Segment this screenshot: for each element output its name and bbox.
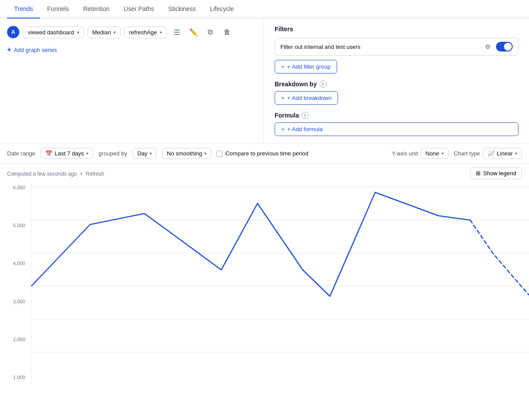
compare-checkbox[interactable] <box>217 151 223 157</box>
chart-type-label: Chart type <box>454 150 480 157</box>
nav-funnels[interactable]: Funnels <box>40 0 76 18</box>
show-legend-label: Show legend <box>483 170 516 177</box>
smoothing-dropdown[interactable]: No smoothing ▾ <box>162 148 211 159</box>
chevron-down-icon: ▾ <box>441 151 444 156</box>
y-label-6000: 6,000 <box>0 185 29 190</box>
chart-meta: Computed a few seconds ago • Refresh ⊞ S… <box>0 164 529 183</box>
right-panel: Filters Filter out internal and test use… <box>264 18 529 143</box>
breakdown-title: Breakdown by <box>275 81 317 88</box>
add-filter-label: + Add filter group <box>287 63 331 70</box>
add-formula-button[interactable]: + + Add formula <box>275 122 518 136</box>
add-breakdown-label: + Add breakdown <box>287 95 332 101</box>
computed-text: Computed a few seconds ago • Refresh <box>7 170 104 177</box>
computed-label: Computed a few seconds ago <box>7 171 77 177</box>
series-row: A viewed dashboard ▾ Median ▾ refreshAge… <box>7 26 257 39</box>
add-filter-group-button[interactable]: + + Add filter group <box>275 60 337 74</box>
chart-type-icon: 📈 <box>488 150 495 157</box>
chart-type-value: Linear <box>497 150 513 157</box>
event-dropdown[interactable]: viewed dashboard ▾ <box>23 26 84 38</box>
formula-section: Formula i <box>275 112 518 119</box>
plus-icon: + <box>281 63 285 70</box>
y-label-2000: 2,000 <box>0 337 29 342</box>
nav-user-paths[interactable]: User Paths <box>117 0 161 18</box>
y-label-5000: 5,000 <box>0 223 29 228</box>
grouped-by-label: grouped by <box>99 150 127 157</box>
plus-icon: + <box>7 46 11 54</box>
aggregation-dropdown[interactable]: Median ▾ <box>88 26 121 38</box>
add-series-label: Add graph series <box>14 47 57 53</box>
filter-icon-button[interactable]: ☰ <box>170 26 184 39</box>
nav-stickiness[interactable]: Stickiness <box>161 0 203 18</box>
filter-row: Filter out internal and test users ⚙ <box>275 38 518 55</box>
breakdown-section: Breakdown by i <box>275 81 518 88</box>
nav-retention[interactable]: Retention <box>76 0 117 18</box>
y-axis-group: Y-axis unit None ▾ <box>392 148 448 159</box>
grouped-by-dropdown[interactable]: Day ▾ <box>132 148 157 159</box>
main-content: A viewed dashboard ▾ Median ▾ refreshAge… <box>0 18 529 144</box>
left-panel: A viewed dashboard ▾ Median ▾ refreshAge… <box>0 18 264 143</box>
smoothing-value: No smoothing <box>167 150 202 157</box>
delete-icon-button[interactable]: 🗑 <box>220 26 234 39</box>
filters-title: Filters <box>275 26 518 33</box>
date-range-label: Date range <box>7 150 35 157</box>
nav-trends[interactable]: Trends <box>7 0 40 18</box>
copy-icon-button[interactable]: ⧉ <box>204 26 217 39</box>
legend-icon: ⊞ <box>476 170 481 177</box>
show-legend-button[interactable]: ⊞ Show legend <box>470 167 522 179</box>
edit-icon-button[interactable]: ✏️ <box>187 26 200 39</box>
property-dropdown[interactable]: refreshAge ▾ <box>124 26 167 38</box>
chevron-down-icon: ▾ <box>150 151 152 156</box>
add-graph-series-button[interactable]: + Add graph series <box>7 44 257 55</box>
chevron-down-icon: ▾ <box>204 151 206 156</box>
gear-icon[interactable]: ⚙ <box>485 43 491 50</box>
y-axis-value: None <box>426 150 439 157</box>
chevron-down-icon: ▾ <box>114 30 116 35</box>
chevron-down-icon: ▾ <box>160 30 162 35</box>
add-formula-label: + Add formula <box>287 126 323 133</box>
chart-type-group: Chart type 📈 Linear ▾ <box>454 148 522 159</box>
avatar-label: A <box>11 29 15 35</box>
nav-lifecycle[interactable]: Lifecycle <box>203 0 241 18</box>
info-icon[interactable]: i <box>320 81 327 88</box>
y-label-1000: 1,000 <box>0 375 29 380</box>
filter-row-text: Filter out internal and test users <box>280 44 482 50</box>
property-label: refreshAge <box>129 29 157 36</box>
plus-icon: + <box>281 126 285 133</box>
date-range-dropdown[interactable]: 📅 Last 7 days ▾ <box>40 148 93 159</box>
grouped-by-value: Day <box>137 150 147 157</box>
y-label-3000: 3,000 <box>0 299 29 304</box>
aggregation-label: Median <box>92 29 111 36</box>
chevron-down-icon: ▾ <box>86 151 88 156</box>
refresh-link[interactable]: Refresh <box>86 171 104 177</box>
formula-title: Formula <box>275 112 299 119</box>
compare-checkbox-label[interactable]: Compare to previous time period <box>217 150 309 157</box>
event-label: viewed dashboard <box>28 29 74 36</box>
avatar: A <box>7 26 19 38</box>
chart-area: 6,000 5,000 4,000 3,000 2,000 1,000 <box>0 183 529 391</box>
separator: • <box>81 171 82 177</box>
chart-controls: Date range 📅 Last 7 days ▾ grouped by Da… <box>0 144 529 164</box>
y-axis-dropdown[interactable]: None ▾ <box>421 148 448 159</box>
add-breakdown-button[interactable]: + + Add breakdown <box>275 91 338 105</box>
y-label-4000: 4,000 <box>0 261 29 266</box>
chart-wrapper: 6,000 5,000 4,000 3,000 2,000 1,000 <box>0 183 529 391</box>
compare-label: Compare to previous time period <box>225 150 309 157</box>
toggle-filter[interactable] <box>496 42 513 52</box>
top-nav: Trends Funnels Retention User Paths Stic… <box>0 0 529 18</box>
y-axis-label: Y-axis unit <box>392 150 418 157</box>
y-axis: 6,000 5,000 4,000 3,000 2,000 1,000 <box>0 183 29 382</box>
cal-icon: 📅 <box>45 150 52 157</box>
chevron-down-icon: ▾ <box>77 30 79 35</box>
chart-type-dropdown[interactable]: 📈 Linear ▾ <box>483 148 522 159</box>
plus-icon: + <box>281 95 285 101</box>
date-range-value: Last 7 days <box>55 150 84 157</box>
chevron-down-icon: ▾ <box>515 151 517 156</box>
chart-svg <box>31 183 529 382</box>
info-icon[interactable]: i <box>301 112 309 119</box>
